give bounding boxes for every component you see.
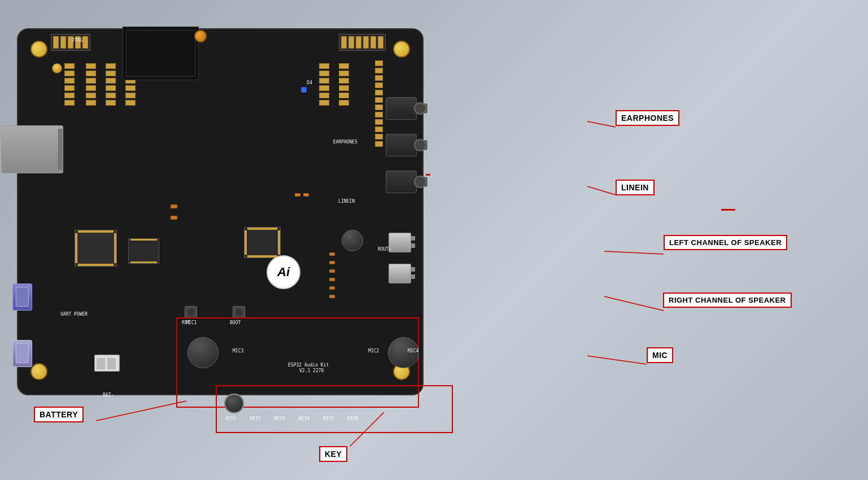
bat-text: BAT- bbox=[103, 392, 114, 398]
earphones-label: EARPHONES bbox=[616, 110, 679, 126]
earphone-jack-2 bbox=[386, 134, 417, 156]
d4-led bbox=[301, 87, 307, 93]
key5-text: KEY5 bbox=[323, 416, 334, 421]
earphone-jack-1 bbox=[386, 97, 417, 120]
left-pin-row-1 bbox=[64, 63, 75, 106]
main-chip bbox=[75, 230, 117, 267]
key-outline-box bbox=[216, 385, 453, 433]
smd-4 bbox=[303, 193, 309, 197]
right-pin-row-1 bbox=[339, 63, 349, 106]
rst-button[interactable] bbox=[185, 306, 197, 318]
mic2-text: MIC2 bbox=[368, 348, 379, 354]
svg-line-4 bbox=[96, 401, 186, 421]
mic4-text: MIC4 bbox=[408, 348, 418, 354]
smd-10 bbox=[329, 295, 335, 298]
linein-pcb-text: LINEIN bbox=[338, 199, 355, 204]
svg-line-9 bbox=[587, 356, 647, 364]
battery-label: BATTERY bbox=[34, 407, 84, 422]
linein-jack bbox=[386, 171, 417, 193]
key2-text: KEY2 bbox=[250, 416, 260, 421]
boot-button[interactable] bbox=[233, 306, 245, 318]
jtag-connector bbox=[51, 34, 90, 51]
power-usb-connector bbox=[12, 340, 32, 367]
smd-5 bbox=[329, 252, 335, 256]
smd-1 bbox=[171, 204, 177, 208]
battery-connector bbox=[94, 355, 120, 372]
svg-line-5 bbox=[587, 121, 616, 127]
key3-text: KEY3 bbox=[274, 416, 285, 421]
svg-line-8 bbox=[604, 296, 664, 311]
uart-power-text: UART POWER bbox=[60, 312, 88, 317]
chip-2 bbox=[128, 238, 159, 264]
linein-red-marker bbox=[721, 209, 735, 211]
svg-line-7 bbox=[604, 251, 664, 254]
smd-3 bbox=[295, 193, 300, 197]
sd-card-slot bbox=[1, 125, 63, 173]
key6-button[interactable] bbox=[224, 394, 244, 413]
right-channel-label: RIGHT CHANNEL OF SPEAKER bbox=[663, 293, 792, 308]
rout-text: ROUT+ bbox=[378, 247, 391, 252]
uart-usb-connector bbox=[12, 283, 32, 311]
earphones-pcb-text: EARPHONES bbox=[333, 139, 357, 145]
right-speaker-connector bbox=[389, 264, 411, 283]
pcb-board: ESP32 Audio Kit Ai bbox=[17, 28, 424, 395]
smd-8 bbox=[329, 278, 335, 281]
smd-9 bbox=[329, 286, 335, 290]
svg-line-6 bbox=[587, 186, 616, 195]
left-pin-row-3 bbox=[106, 63, 116, 106]
key1-text: KEY1 bbox=[225, 416, 236, 421]
smd-2 bbox=[171, 216, 177, 220]
key-label: KEY bbox=[319, 446, 347, 462]
right-main-pins bbox=[375, 60, 383, 147]
left-speaker-connector bbox=[389, 233, 411, 252]
d4-text: D4 bbox=[307, 80, 312, 85]
smd-7 bbox=[329, 269, 335, 273]
left-channel-label: LEFT CHANNEL OF SPEAKER bbox=[664, 235, 787, 250]
jtag-pcb-text: JTAG bbox=[72, 38, 82, 43]
mic1-text: MIC1 bbox=[186, 320, 197, 325]
key4-text: KEY4 bbox=[299, 416, 309, 421]
linein-label: LINEIN bbox=[616, 180, 655, 195]
capacitor-1 bbox=[342, 230, 363, 251]
audio-chip bbox=[244, 227, 281, 258]
top-right-connector bbox=[339, 34, 386, 51]
board-name-text: ESP32 Audio Kit bbox=[288, 363, 329, 368]
right-pin-row-2 bbox=[319, 63, 329, 106]
mic-label: MIC bbox=[647, 347, 673, 363]
smd-6 bbox=[329, 261, 335, 264]
ai-logo: ESP32 Audio Kit Ai bbox=[267, 255, 300, 289]
board-version-text: V2.1 2278 bbox=[299, 368, 324, 373]
wifi-module bbox=[123, 27, 199, 80]
left-pin-row-2 bbox=[86, 63, 96, 106]
mic3-text: MIC3 bbox=[233, 348, 243, 354]
tp-1 bbox=[52, 63, 62, 73]
capacitor-bottom-1 bbox=[187, 337, 219, 368]
key6-text: KEY6 bbox=[347, 416, 358, 421]
